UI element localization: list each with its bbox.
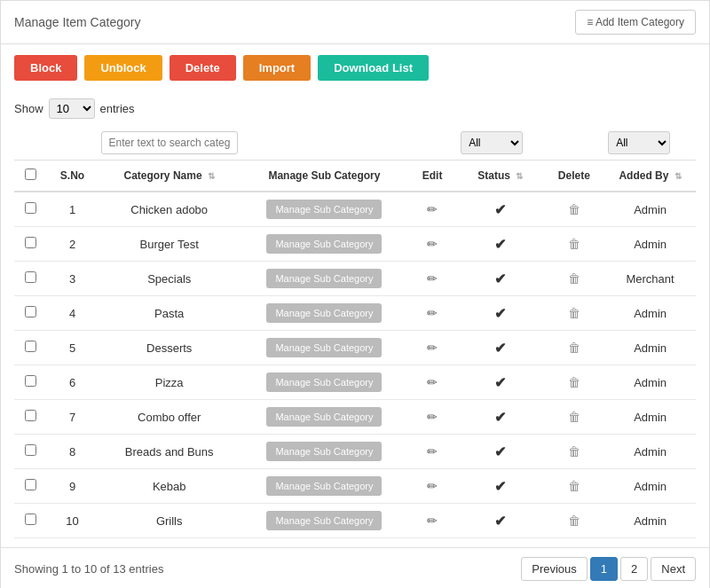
row-sno: 2	[47, 227, 97, 262]
delete-icon[interactable]: 🗑	[568, 514, 580, 528]
row-checkbox[interactable]	[25, 410, 36, 421]
page-1-button[interactable]: 1	[590, 557, 618, 581]
row-checkbox-cell	[14, 504, 47, 538]
manage-sub-category-button[interactable]: Manage Sub Category	[266, 511, 382, 530]
edit-icon[interactable]: ✏	[427, 306, 438, 320]
edit-icon[interactable]: ✏	[427, 202, 438, 216]
row-sno: 3	[47, 262, 97, 296]
pagination: Previous 1 2 Next	[521, 557, 696, 581]
delete-icon[interactable]: 🗑	[568, 271, 580, 286]
sort-icon-status: ⇅	[516, 171, 523, 181]
sort-icon-addedby: ⇅	[674, 171, 682, 181]
row-edit: ✏	[407, 192, 457, 227]
block-button[interactable]: Block	[14, 55, 77, 81]
delete-icon[interactable]: 🗑	[568, 202, 580, 216]
entries-select[interactable]: 10 25 50 100	[49, 98, 95, 119]
show-label: Show	[14, 102, 43, 115]
row-edit: ✏	[407, 504, 457, 538]
row-added-by: Admin	[604, 227, 696, 262]
delete-icon[interactable]: 🗑	[568, 341, 580, 355]
row-checkbox[interactable]	[25, 202, 36, 214]
filter-row: All Active Blocked All Admin Merchant	[14, 126, 696, 161]
page-2-button[interactable]: 2	[620, 557, 648, 581]
unblock-button[interactable]: Unblock	[84, 55, 162, 81]
search-input[interactable]	[101, 131, 238, 154]
row-added-by: Admin	[604, 296, 696, 331]
row-manage-sub: Manage Sub Category	[241, 262, 407, 296]
previous-button[interactable]: Previous	[521, 557, 588, 581]
table-row: 6 Pizza Manage Sub Category ✏ ✔ 🗑 Admin	[14, 365, 696, 400]
addedby-filter-select[interactable]: All Admin Merchant	[608, 131, 670, 154]
status-check-icon: ✔	[494, 479, 506, 494]
col-manage-sub: Manage Sub Category	[241, 161, 407, 192]
table-row: 5 Desserts Manage Sub Category ✏ ✔ 🗑 Adm…	[14, 331, 696, 365]
status-filter-select[interactable]: All Active Blocked	[461, 131, 523, 154]
edit-icon[interactable]: ✏	[427, 514, 438, 528]
manage-sub-category-button[interactable]: Manage Sub Category	[266, 200, 382, 219]
manage-sub-category-button[interactable]: Manage Sub Category	[266, 407, 382, 427]
delete-icon[interactable]: 🗑	[568, 479, 580, 493]
page-wrapper: Manage Item Category ≡ Add Item Category…	[0, 0, 710, 588]
row-added-by: Admin	[604, 469, 696, 504]
row-added-by: Admin	[604, 504, 696, 538]
manage-sub-category-button[interactable]: Manage Sub Category	[266, 269, 382, 288]
row-sno: 1	[47, 192, 97, 227]
row-checkbox[interactable]	[25, 341, 36, 352]
row-checkbox[interactable]	[25, 514, 36, 525]
row-checkbox-cell	[14, 365, 47, 400]
row-checkbox[interactable]	[25, 306, 36, 318]
download-list-button[interactable]: Download List	[318, 55, 429, 81]
delete-icon[interactable]: 🗑	[568, 237, 580, 251]
row-edit: ✏	[407, 435, 457, 469]
row-checkbox[interactable]	[25, 375, 36, 387]
edit-icon[interactable]: ✏	[427, 479, 438, 493]
row-delete: 🗑	[544, 365, 605, 400]
delete-icon[interactable]: 🗑	[568, 375, 580, 389]
status-check-icon: ✔	[494, 514, 506, 529]
row-edit: ✏	[407, 469, 457, 504]
row-manage-sub: Manage Sub Category	[241, 331, 407, 365]
next-button[interactable]: Next	[651, 557, 696, 581]
delete-icon[interactable]: 🗑	[568, 410, 580, 424]
manage-sub-category-button[interactable]: Manage Sub Category	[266, 442, 382, 461]
import-button[interactable]: Import	[243, 55, 311, 81]
edit-icon[interactable]: ✏	[427, 375, 438, 389]
row-category-name: Pasta	[98, 296, 241, 331]
row-sno: 8	[47, 435, 97, 469]
manage-sub-category-button[interactable]: Manage Sub Category	[266, 303, 382, 323]
row-category-name: Chicken adobo	[98, 192, 241, 227]
row-checkbox[interactable]	[25, 444, 36, 456]
edit-icon[interactable]: ✏	[427, 237, 438, 251]
edit-icon[interactable]: ✏	[427, 444, 438, 459]
row-checkbox-cell	[14, 262, 47, 296]
table-row: 4 Pasta Manage Sub Category ✏ ✔ 🗑 Admin	[14, 296, 696, 331]
toolbar: Block Unblock Delete Import Download Lis…	[1, 44, 709, 91]
manage-sub-category-button[interactable]: Manage Sub Category	[266, 338, 382, 357]
edit-icon[interactable]: ✏	[427, 271, 438, 286]
row-edit: ✏	[407, 227, 457, 262]
row-delete: 🗑	[544, 192, 605, 227]
table-header-row: S.No Category Name ⇅ Manage Sub Category…	[14, 161, 696, 192]
edit-icon[interactable]: ✏	[427, 341, 438, 355]
table-row: 7 Combo offer Manage Sub Category ✏ ✔ 🗑 …	[14, 400, 696, 435]
row-checkbox[interactable]	[25, 479, 36, 490]
row-added-by: Admin	[604, 331, 696, 365]
row-checkbox[interactable]	[25, 271, 36, 283]
row-sno: 6	[47, 365, 97, 400]
delete-icon[interactable]: 🗑	[568, 444, 580, 459]
delete-button[interactable]: Delete	[170, 55, 236, 81]
select-all-checkbox[interactable]	[25, 169, 36, 180]
manage-sub-category-button[interactable]: Manage Sub Category	[266, 372, 382, 392]
add-item-category-button[interactable]: ≡ Add Item Category	[575, 10, 696, 35]
manage-sub-category-button[interactable]: Manage Sub Category	[266, 476, 382, 496]
row-added-by: Admin	[604, 365, 696, 400]
entries-label: entries	[100, 102, 135, 115]
edit-icon[interactable]: ✏	[427, 410, 438, 424]
delete-icon[interactable]: 🗑	[568, 306, 580, 320]
row-manage-sub: Manage Sub Category	[241, 192, 407, 227]
manage-sub-category-button[interactable]: Manage Sub Category	[266, 234, 382, 254]
status-check-icon: ✔	[494, 341, 506, 356]
row-checkbox[interactable]	[25, 237, 36, 248]
row-manage-sub: Manage Sub Category	[241, 504, 407, 538]
show-entries-row: Show 10 25 50 100 entries	[1, 91, 709, 126]
